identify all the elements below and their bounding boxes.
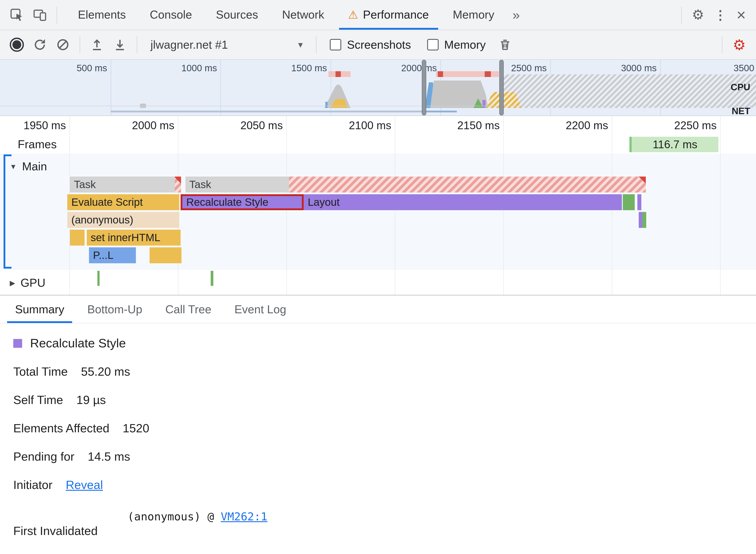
invalidation-function: (anonymous) @ — [127, 510, 221, 523]
tab-label: Memory — [453, 8, 494, 22]
event-tail[interactable] — [175, 176, 181, 192]
long-task-indicator — [328, 71, 350, 77]
cpu-row-label: CPU — [731, 82, 750, 93]
summary-value: 55.20 ms — [81, 365, 130, 379]
chevron-down-icon: ▾ — [298, 39, 303, 50]
event-scripting[interactable] — [70, 230, 85, 245]
overview-time-label: 2000 ms — [371, 63, 437, 75]
trash-icon[interactable] — [495, 35, 516, 55]
clear-recording-button[interactable] — [53, 35, 73, 55]
event-task[interactable]: Task — [185, 176, 289, 192]
memory-checkbox[interactable]: Memory — [427, 38, 486, 52]
summary-value: 1520 — [123, 422, 149, 435]
tab-event-log[interactable]: Event Log — [223, 295, 298, 323]
overview-gridline — [440, 60, 441, 115]
gpu-track: ▶ GPU — [0, 270, 756, 295]
capture-settings-gear-icon[interactable]: ⚙ — [728, 36, 751, 53]
history-select[interactable]: jlwagner.net #1 ▾ — [144, 38, 309, 52]
tab-label: Sources — [216, 8, 258, 22]
screenshots-label: Screenshots — [347, 38, 411, 52]
frame-duration-badge[interactable]: 116.7 ms — [630, 137, 718, 152]
toolbar-right-controls: ⚙ — [717, 36, 751, 53]
timeline-overview[interactable]: 500 ms1000 ms1500 ms2000 ms2500 ms3000 m… — [0, 60, 756, 116]
record-button[interactable] — [7, 35, 27, 55]
event-painting[interactable] — [642, 212, 646, 228]
summary-label: Self Time — [13, 393, 63, 407]
checkbox-icon — [427, 39, 438, 50]
overview-time-label: 500 ms — [41, 63, 107, 75]
tab-bottom-up[interactable]: Bottom-Up — [76, 295, 154, 323]
gpu-activity-tick[interactable] — [97, 271, 100, 286]
divider — [57, 6, 57, 23]
summary-label: Initiator — [13, 478, 52, 492]
divider — [681, 6, 682, 23]
kebab-menu-icon[interactable]: ⋮ — [709, 7, 732, 22]
reload-and-record-button[interactable] — [30, 35, 50, 55]
tab-label: Network — [282, 8, 324, 22]
event-anonymous[interactable]: (anonymous) — [67, 212, 179, 228]
ruler-time-label: 2000 ms — [100, 119, 174, 132]
gpu-track-header[interactable]: ▶ GPU — [10, 276, 45, 290]
event-painting[interactable] — [623, 194, 635, 210]
initiator-reveal-link[interactable]: Reveal — [66, 478, 103, 492]
save-profile-icon[interactable] — [110, 35, 130, 55]
event-task[interactable]: Task — [70, 176, 175, 192]
frames-track: Frames 116.7 ms — [0, 135, 756, 154]
warning-icon: ⚠ — [348, 8, 358, 21]
inspect-element-icon[interactable] — [7, 5, 27, 25]
summary-row-total-time: Total Time55.20 ms — [13, 364, 756, 380]
tab-network[interactable]: Network — [270, 0, 336, 30]
selection-handle-left[interactable] — [422, 60, 426, 115]
memory-label: Memory — [444, 38, 486, 52]
summary-label: Pending for — [13, 450, 74, 464]
summary-value: 19 µs — [76, 393, 106, 407]
divider — [80, 36, 80, 53]
devtools-tabbar: ElementsConsoleSourcesNetwork⚠Performanc… — [0, 0, 756, 30]
tab-summary[interactable]: Summary — [4, 295, 76, 323]
gpu-track-label: GPU — [20, 276, 46, 290]
details-tabbar: SummaryBottom-UpCall TreeEvent Log — [0, 295, 756, 324]
event-evaluate-script[interactable]: Evaluate Script — [67, 194, 179, 210]
tab-memory[interactable]: Memory — [441, 0, 506, 30]
tab-performance[interactable]: ⚠Performance — [336, 0, 441, 30]
screenshots-checkbox[interactable]: Screenshots — [330, 38, 411, 52]
ruler-time-label: 2200 ms — [534, 119, 608, 132]
event-scripting[interactable] — [150, 247, 181, 263]
more-tabs-icon[interactable]: » — [506, 7, 526, 22]
device-toolbar-icon[interactable] — [30, 5, 50, 25]
timeline-ruler: 1950 ms2000 ms2050 ms2100 ms2150 ms2200 … — [0, 116, 756, 135]
divider — [722, 36, 722, 53]
timeline-tracks: 1950 ms2000 ms2050 ms2100 ms2150 ms2200 … — [0, 116, 756, 295]
tab-sources[interactable]: Sources — [204, 0, 270, 30]
summary-row-elements-affected: Elements Affected1520 — [13, 421, 756, 437]
panel-tabs: ElementsConsoleSourcesNetwork⚠Performanc… — [66, 0, 506, 30]
network-activity-bar — [111, 111, 447, 112]
summary-row-first-invalidated: (anonymous) @ VM262:1 First Invalidated — [13, 510, 756, 550]
event-p-l[interactable]: P...L — [89, 247, 136, 263]
event-recalculate-style[interactable]: Recalculate Style — [180, 194, 304, 210]
first-invalidated-value: (anonymous) @ VM262:1 — [127, 510, 267, 523]
event-set-innerhtml[interactable]: set innerHTML — [87, 230, 180, 245]
close-icon[interactable]: × — [732, 5, 751, 24]
overview-gridline — [111, 60, 111, 115]
settings-gear-icon[interactable]: ⚙ — [687, 7, 709, 23]
tab-console[interactable]: Console — [138, 0, 204, 30]
legend-color-swatch — [13, 339, 22, 348]
main-track-header[interactable]: ▼ Main — [10, 160, 47, 173]
event-rendering[interactable] — [638, 194, 642, 210]
summary-row-initiator: Initiator Reveal — [13, 477, 756, 493]
overview-gridline — [221, 60, 221, 115]
event-layout[interactable]: Layout — [304, 194, 622, 210]
gpu-activity-tick[interactable] — [211, 271, 214, 286]
overview-time-label: 1500 ms — [261, 63, 327, 75]
selection-handle-right[interactable] — [499, 60, 504, 115]
tab-elements[interactable]: Elements — [66, 0, 138, 30]
summary-label: First Invalidated — [13, 524, 98, 538]
event-tail[interactable] — [289, 176, 646, 192]
source-location-link[interactable]: VM262:1 — [221, 510, 267, 523]
tab-call-tree[interactable]: Call Tree — [154, 295, 223, 323]
tab-label: Elements — [78, 8, 126, 22]
frames-track-label: Frames — [18, 135, 57, 154]
load-profile-icon[interactable] — [87, 35, 107, 55]
overview-gridline — [330, 60, 331, 115]
